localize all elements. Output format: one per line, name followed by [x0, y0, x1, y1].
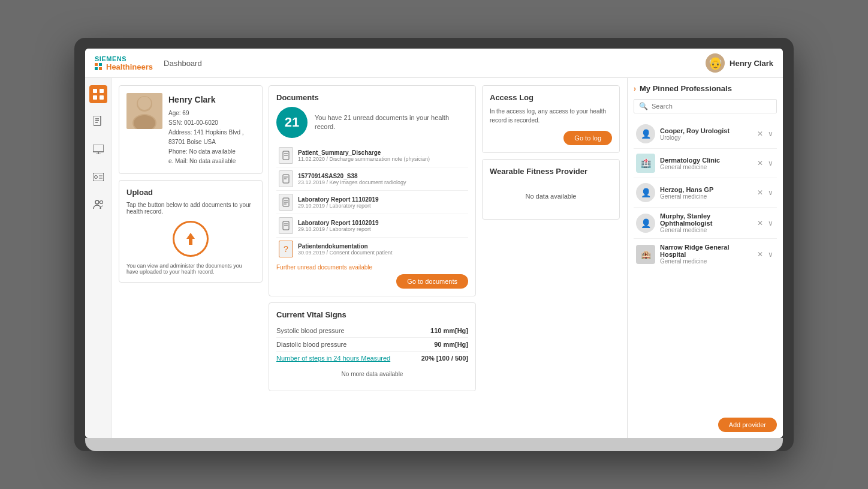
- vital-label-0: Systolic blood pressure: [276, 327, 345, 334]
- prof-expand-btn[interactable]: ∨: [767, 128, 774, 139]
- svg-point-12: [94, 176, 97, 179]
- siemens-text: SIEMENS: [95, 55, 153, 62]
- documents-title: Documents: [276, 93, 468, 102]
- access-log-title: Access Log: [490, 93, 612, 102]
- prof-expand-btn[interactable]: ∨: [767, 158, 774, 169]
- professional-item: 👤 Herzog, Hans GP General medicine ✕ ∨: [634, 178, 777, 208]
- prof-specialty-2: General medicine: [660, 193, 751, 200]
- doc-icon: ?: [279, 241, 293, 257]
- vital-value-1: 90 mm[Hg]: [434, 341, 468, 348]
- prof-name-0: Cooper, Roy Urologist: [660, 127, 751, 134]
- access-log-desc: In the access log, any access to your he…: [490, 107, 612, 125]
- prof-name-1: Dermatology Clinic: [660, 157, 751, 164]
- logo-area: SIEMENS Healthineers Dashboard: [95, 55, 202, 71]
- further-docs-link[interactable]: Further unread documents available: [276, 264, 468, 271]
- vital-value-0: 110 mm[Hg]: [430, 327, 468, 334]
- patient-phone: Phone: No data available: [168, 147, 255, 157]
- patient-name: Henry Clark: [168, 93, 255, 106]
- doc-item[interactable]: ? Patientendokumentation 30.09.2019 / Co…: [276, 238, 468, 260]
- sidebar-item-users[interactable]: [89, 196, 107, 214]
- doc-meta-2: 29.10.2019 / Laboratory report: [298, 203, 379, 209]
- prof-close-btn[interactable]: ✕: [756, 249, 764, 260]
- doc-item[interactable]: Laboratory Report 10102019 29.10.2019 / …: [276, 214, 468, 238]
- doc-name-3: Laboratory Report 10102019: [298, 220, 379, 226]
- prof-avatar: 👤: [636, 214, 655, 233]
- vital-label-2[interactable]: Number of steps in 24 hours Measured: [276, 355, 390, 362]
- go-to-docs-button[interactable]: Go to documents: [396, 274, 468, 289]
- doc-meta-3: 29.10.2019 / Laboratory report: [298, 226, 379, 232]
- top-bar: SIEMENS Healthineers Dashboard: [85, 49, 783, 78]
- patient-card: Henry Clark Age: 69 SSN: 001-00-6020 Add…: [119, 85, 263, 174]
- svg-rect-8: [93, 145, 104, 152]
- documents-card: Documents 21 You have 21 unread document…: [269, 85, 476, 296]
- patient-ssn: SSN: 001-00-6020: [168, 118, 255, 128]
- go-to-log-button[interactable]: Go to log: [563, 131, 612, 145]
- prof-close-btn[interactable]: ✕: [756, 158, 764, 169]
- doc-name-1: 15770914SAS20_S38: [298, 173, 406, 179]
- no-more-data: No more data available: [276, 365, 468, 383]
- sidebar-item-monitor[interactable]: [89, 140, 107, 158]
- prof-avatar: 👤: [636, 183, 655, 202]
- doc-meta-1: 23.12.2019 / Key images document radiolo…: [298, 179, 406, 185]
- vital-row: Diastolic blood pressure 90 mm[Hg]: [276, 338, 468, 352]
- sidebar: [85, 78, 111, 438]
- vital-label-1: Diastolic blood pressure: [276, 341, 346, 348]
- vital-signs-list: Systolic blood pressure 110 mm[Hg] Diast…: [276, 324, 468, 365]
- prof-specialty-3: General medicine: [660, 227, 751, 233]
- col-right: Access Log In the access log, any access…: [482, 85, 620, 431]
- sidebar-item-id[interactable]: [89, 168, 107, 186]
- prof-avatar: 🏥: [636, 154, 655, 173]
- access-log-card: Access Log In the access log, any access…: [482, 85, 620, 153]
- upload-title: Upload: [126, 188, 255, 197]
- add-provider-button[interactable]: Add provider: [718, 418, 777, 432]
- main-layout: Henry Clark Age: 69 SSN: 001-00-6020 Add…: [85, 78, 783, 438]
- pinned-chevron-icon[interactable]: ›: [634, 85, 636, 93]
- doc-meta-4: 30.09.2019 / Consent document patient: [298, 250, 393, 256]
- doc-item[interactable]: 15770914SAS20_S38 23.12.2019 / Key image…: [276, 167, 468, 191]
- professional-item: 👤 Murphy, Stanley Ophthalmologist Genera…: [634, 208, 777, 239]
- doc-icon: [279, 147, 293, 164]
- col-left: Henry Clark Age: 69 SSN: 001-00-6020 Add…: [119, 85, 263, 431]
- wearable-no-data: No data available: [490, 181, 612, 212]
- prof-name-2: Herzog, Hans GP: [660, 186, 751, 193]
- prof-specialty-0: Urology: [660, 134, 751, 141]
- prof-name-4: Narrow Ridge General Hospital: [660, 244, 751, 258]
- patient-photo: [126, 93, 162, 129]
- professionals-list: 👤 Cooper, Roy Urologist Urology ✕ ∨: [634, 119, 777, 269]
- prof-expand-btn[interactable]: ∨: [767, 187, 774, 198]
- professional-item: 🏨 Narrow Ridge General Hospital General …: [634, 239, 777, 269]
- prof-close-btn[interactable]: ✕: [756, 187, 764, 198]
- prof-expand-btn[interactable]: ∨: [767, 249, 774, 260]
- search-icon: 🔍: [639, 102, 648, 110]
- pinned-professionals-panel: › My Pinned Professionals 🔍 👤 Cooper, Ro…: [627, 78, 783, 438]
- main-panels: Henry Clark Age: 69 SSN: 001-00-6020 Add…: [111, 78, 627, 438]
- doc-item[interactable]: Patient_Summary_Discharge 11.02.2020 / D…: [276, 144, 468, 167]
- prof-specialty-1: General medicine: [660, 164, 751, 170]
- doc-meta-0: 11.02.2020 / Discharge summarization not…: [298, 156, 430, 162]
- svg-rect-2: [93, 95, 97, 100]
- doc-icon: [279, 217, 293, 234]
- healthineers-text: Healthineers: [106, 62, 153, 71]
- svg-marker-21: [186, 233, 195, 245]
- prof-close-btn[interactable]: ✕: [756, 218, 764, 229]
- upload-button[interactable]: [173, 221, 209, 257]
- wearable-title: Wearable Fitness Provider: [490, 167, 612, 176]
- vital-signs-card: Current Vital Signs Systolic blood press…: [269, 302, 476, 391]
- search-box: 🔍: [634, 99, 777, 113]
- docs-desc: You have 21 unread documents in your hea…: [315, 113, 468, 132]
- prof-expand-btn[interactable]: ∨: [767, 218, 774, 229]
- doc-name-2: Laboratory Report 11102019: [298, 196, 379, 203]
- vital-value-2: 20% [100 / 500]: [421, 355, 468, 362]
- professional-item: 👤 Cooper, Roy Urologist Urology ✕ ∨: [634, 119, 777, 149]
- patient-mail: e. Mail: No data available: [168, 157, 255, 166]
- add-provider-area: Add provider: [634, 412, 777, 432]
- user-name: Henry Clark: [730, 59, 773, 68]
- doc-item[interactable]: Laboratory Report 11102019 29.10.2019 / …: [276, 191, 468, 214]
- vital-row: Systolic blood pressure 110 mm[Hg]: [276, 324, 468, 338]
- sidebar-item-documents[interactable]: [89, 113, 107, 131]
- svg-point-16: [100, 201, 103, 204]
- sidebar-item-grid[interactable]: [89, 85, 107, 103]
- prof-close-btn[interactable]: ✕: [756, 128, 764, 139]
- svg-rect-3: [100, 95, 104, 100]
- search-input[interactable]: [652, 103, 771, 110]
